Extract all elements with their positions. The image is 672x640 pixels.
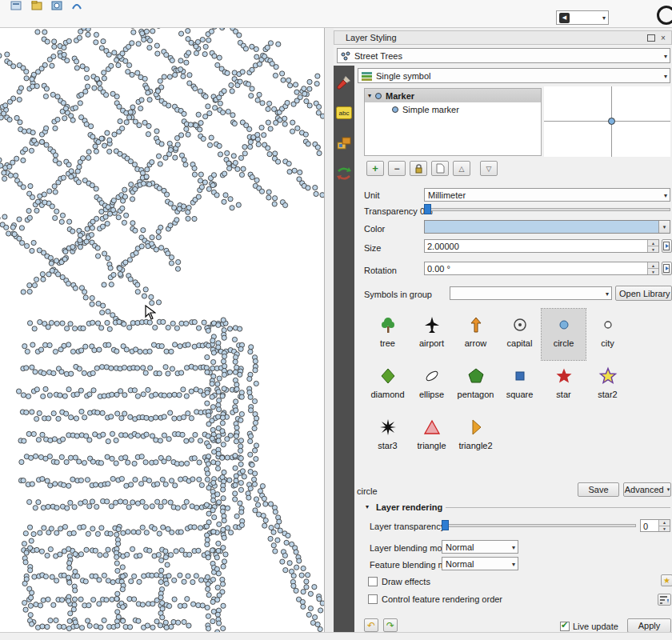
chevron-down-icon: ▾ [667,486,670,493]
group-expander-icon[interactable]: ▾ [366,503,369,510]
unit-value: Millimeter [428,190,466,200]
toolbar-tool-combo[interactable]: ◀ ▾ [556,10,609,25]
save-button[interactable]: Save [578,482,619,497]
arrow-symbol-icon [465,314,487,336]
map-canvas[interactable] [0,28,324,632]
define-order-button[interactable] [658,594,671,606]
transparency-slider[interactable] [424,203,670,216]
layer-selector-combo[interactable]: Street Trees ▾ [337,48,670,63]
transparency-label: Transparency 0% [364,206,433,216]
symbol-cell-triangle[interactable]: triangle [410,411,454,462]
minus-icon: − [394,163,399,174]
float-panel-icon[interactable] [646,33,656,42]
size-data-defined-override-button[interactable] [662,239,672,253]
spin-up-icon[interactable]: ▲ [648,262,658,269]
panel-title: Layer Styling [338,33,644,42]
toolbar-icon-3[interactable] [50,0,63,10]
simple-marker-icon [392,106,398,113]
symbol-cell-airport[interactable]: airport [410,309,454,360]
symbol-cell-star2[interactable]: star2 [586,360,630,411]
layer-blending-combo[interactable]: Normal ▾ [442,540,518,554]
symbol-label: capital [507,338,533,348]
advanced-button[interactable]: Advanced ▾ [623,482,671,497]
color-menu-arrow[interactable]: ▾ [658,221,670,233]
move-down-button[interactable]: ▽ [480,161,498,176]
symbol-cell-triangle2[interactable]: triangle2 [454,411,498,462]
spin-up-icon[interactable]: ▲ [659,520,670,526]
customize-effects-button[interactable]: ★ [661,574,672,586]
undo-button[interactable]: ↶ [364,618,378,632]
layer-transparency-spinbox[interactable]: 0 ▲ ▼ [640,519,670,532]
rotation-spinbox[interactable]: 0.00 ° ▲ ▼ [424,262,659,275]
tab-labels[interactable]: abc [335,104,353,122]
tree-child-label: Simple marker [402,105,459,114]
single-symbol-icon [362,71,372,81]
live-update-checkbox[interactable]: ✔ [560,622,570,631]
tab-history[interactable] [335,165,353,182]
control-order-checkbox[interactable]: ✔ [368,594,378,604]
symbol-cell-city[interactable]: city [586,309,630,360]
spin-up-icon[interactable]: ▲ [648,240,658,246]
draw-effects-checkbox[interactable]: ✔ [368,577,378,586]
symbol-cell-ellipse[interactable]: ellipse [410,360,454,411]
move-up-button[interactable]: △ [453,161,470,176]
map-canvas-area[interactable] [0,28,325,632]
layer-transparency-label: Layer transparency [370,522,445,531]
slider-handle[interactable] [442,520,449,530]
airport-symbol-icon [421,314,443,336]
symbol-cell-tree[interactable]: tree [366,309,410,360]
chevron-down-icon: ▾ [664,191,667,198]
redo-button[interactable]: ↷ [383,618,398,632]
symbol-cell-pentagon[interactable]: pentagon [454,360,498,411]
symbol-label: circle [554,338,574,348]
add-symbol-layer-button[interactable]: + [366,161,384,176]
close-panel-icon[interactable]: × [658,33,668,42]
panel-splitter[interactable] [325,28,334,632]
slider-handle[interactable] [424,204,431,214]
duplicate-symbol-layer-button[interactable] [431,161,449,176]
symbol-label: ellipse [419,390,444,399]
tab-diagrams[interactable] [335,134,353,152]
spin-down-icon[interactable]: ▼ [648,246,658,252]
live-update-label: Live update [573,622,618,631]
magnifier-icon[interactable] [657,6,672,25]
toolbar-icon-1[interactable] [10,0,22,10]
tree-row-simple-marker[interactable]: Simple marker [365,102,541,116]
layer-transparency-slider[interactable] [442,519,636,532]
feature-blending-combo[interactable]: Normal ▾ [442,557,518,570]
symbol-cell-circle[interactable]: circle [542,309,586,360]
lock-color-button[interactable] [410,161,427,176]
advanced-label: Advanced [625,485,664,494]
tree-row-marker[interactable]: ▾ Marker [365,89,541,102]
undo-icon: ↶ [367,620,375,631]
toolbar-icon-4[interactable] [70,0,83,10]
expander-icon[interactable]: ▾ [368,92,371,99]
group-divider [446,507,670,508]
symbol-cell-star3[interactable]: star3 [366,411,410,462]
toolbar-icon-2[interactable] [30,0,43,10]
spin-down-icon[interactable]: ▼ [659,526,670,532]
symbol-cell-star[interactable]: star [542,360,586,411]
symbol-cell-arrow[interactable]: arrow [454,309,498,360]
size-label: Size [364,243,381,253]
symbols-group-combo[interactable]: ▾ [450,286,612,300]
preview-marker-dot [608,118,615,125]
point-layer-icon [341,51,350,61]
color-button[interactable]: ▾ [424,220,670,234]
override-icon [663,242,670,250]
symbol-cell-square[interactable]: square [498,360,542,411]
tab-symbology[interactable] [335,74,353,91]
remove-symbol-layer-button[interactable]: − [388,161,406,176]
triangle-down-icon: ▽ [486,165,492,173]
layer-styling-header[interactable]: Layer Styling × [334,30,672,45]
rotation-data-defined-override-button[interactable] [662,262,672,275]
apply-button[interactable]: Apply [627,618,671,633]
symbol-cell-diamond[interactable]: diamond [366,360,410,411]
unit-combo[interactable]: Millimeter ▾ [424,188,670,202]
renderer-combo[interactable]: Single symbol ▾ [358,68,670,83]
symbol-cell-capital[interactable]: capital [498,309,542,360]
open-library-button[interactable]: Open Library [615,286,672,301]
size-spinbox[interactable]: 2.00000 ▲ ▼ [424,239,659,253]
spin-down-icon[interactable]: ▼ [648,269,658,274]
layer-rendering-title: Layer rendering [376,502,442,512]
